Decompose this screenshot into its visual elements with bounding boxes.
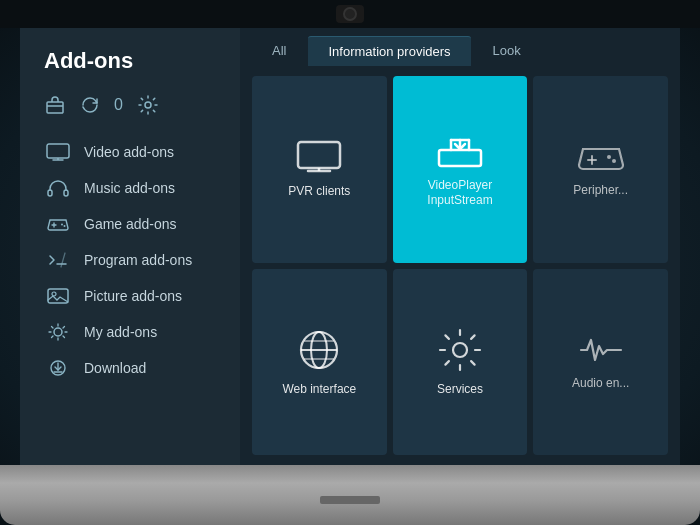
tile-audio[interactable]: Audio en...: [533, 269, 668, 456]
sidebar-nav: Video add-ons Music add-ons: [40, 134, 240, 386]
settings-icon[interactable]: [137, 94, 159, 116]
svg-point-11: [64, 225, 66, 227]
program-icon: [44, 250, 72, 270]
wave-tile-icon: [577, 332, 625, 368]
svg-rect-0: [47, 102, 63, 113]
tabs: All Information providers Look: [240, 28, 680, 66]
svg-point-32: [453, 343, 467, 357]
sidebar-item-download-label: Download: [84, 360, 146, 376]
svg-point-2: [145, 102, 151, 108]
tile-services-label: Services: [431, 382, 489, 398]
download-icon: [44, 358, 72, 378]
tile-web-label: Web interface: [276, 382, 362, 398]
refresh-icon[interactable]: [80, 95, 100, 115]
sidebar-toolbar: 0: [40, 94, 240, 116]
svg-rect-3: [47, 144, 69, 158]
sidebar-item-program[interactable]: Program add-ons: [40, 242, 240, 278]
sidebar-item-music-label: Music add-ons: [84, 180, 175, 196]
sidebar-item-game[interactable]: Game add-ons: [40, 206, 240, 242]
svg-point-27: [607, 155, 611, 159]
screen: Add-ons 0: [20, 28, 680, 465]
sidebar-item-picture-label: Picture add-ons: [84, 288, 182, 304]
addon-grid: PVR clients VideoPlayer InputStream: [240, 66, 680, 465]
sidebar-title: Add-ons: [40, 48, 240, 74]
sidebar-item-my-addons-label: My add-ons: [84, 324, 157, 340]
tab-info[interactable]: Information providers: [308, 36, 470, 66]
gamepad-icon: [44, 214, 72, 234]
globe-tile-icon: [295, 326, 343, 374]
svg-point-28: [612, 159, 616, 163]
gamepad-tile-icon: [577, 139, 625, 175]
content-area: All Information providers Look PVR clien…: [240, 28, 680, 465]
star-icon: [44, 322, 72, 342]
webcam: [336, 5, 364, 23]
sidebar: Add-ons 0: [20, 28, 240, 465]
tab-look[interactable]: Look: [473, 36, 541, 66]
sidebar-item-video[interactable]: Video add-ons: [40, 134, 240, 170]
headphones-icon: [44, 178, 72, 198]
tile-pvr-label: PVR clients: [282, 184, 356, 200]
sidebar-item-download[interactable]: Download: [40, 350, 240, 386]
download-tile-icon: [435, 130, 485, 170]
sidebar-item-video-label: Video add-ons: [84, 144, 174, 160]
svg-rect-19: [298, 142, 340, 168]
tile-web[interactable]: Web interface: [252, 269, 387, 456]
monitor-stand: [320, 496, 380, 504]
svg-point-14: [52, 292, 56, 296]
tile-peripheral[interactable]: Peripher...: [533, 76, 668, 263]
svg-rect-13: [48, 289, 68, 303]
tv-tile-icon: [294, 138, 344, 176]
svg-point-10: [61, 224, 63, 226]
gear-tile-icon: [436, 326, 484, 374]
tile-services[interactable]: Services: [393, 269, 528, 456]
package-icon[interactable]: [44, 94, 66, 116]
tv-icon: [44, 142, 72, 162]
monitor-bezel-bottom: [0, 465, 700, 525]
tile-peripheral-label: Peripher...: [567, 183, 634, 199]
sidebar-item-game-label: Game add-ons: [84, 216, 177, 232]
webcam-bar: [0, 0, 700, 28]
sidebar-item-my-addons[interactable]: My add-ons: [40, 314, 240, 350]
sidebar-item-music[interactable]: Music add-ons: [40, 170, 240, 206]
picture-icon: [44, 286, 72, 306]
sidebar-item-program-label: Program add-ons: [84, 252, 192, 268]
tile-videoplayer-label: VideoPlayer InputStream: [421, 178, 498, 209]
toolbar-badge: 0: [114, 96, 123, 114]
svg-point-15: [54, 328, 62, 336]
tile-videoplayer[interactable]: VideoPlayer InputStream: [393, 76, 528, 263]
tab-all[interactable]: All: [252, 36, 306, 66]
sidebar-item-picture[interactable]: Picture add-ons: [40, 278, 240, 314]
tile-pvr[interactable]: PVR clients: [252, 76, 387, 263]
tile-audio-label: Audio en...: [566, 376, 635, 392]
svg-rect-22: [439, 150, 481, 166]
